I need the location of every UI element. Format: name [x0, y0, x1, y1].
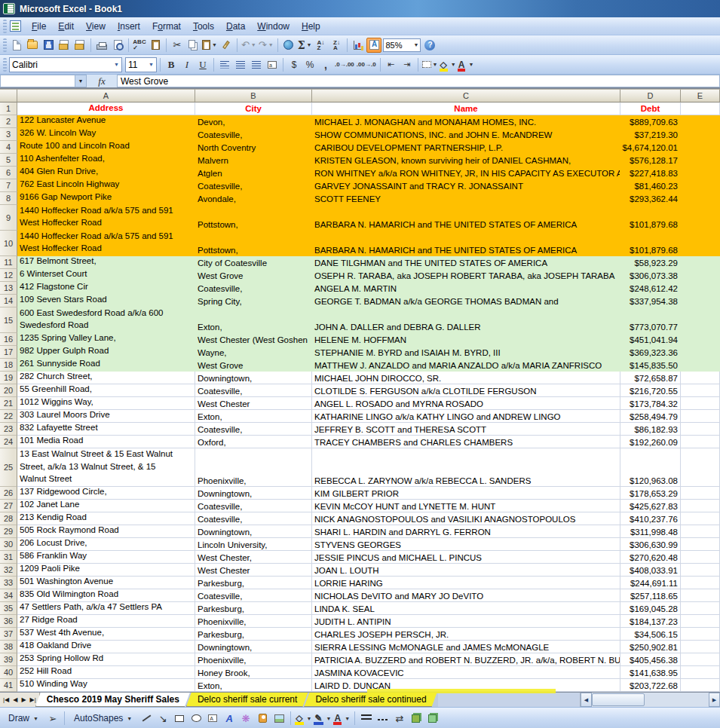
cell-address[interactable]: 9166 Gap Newport Pike — [17, 192, 195, 205]
row-header-41[interactable]: 41 — [0, 679, 17, 692]
cell-city[interactable]: Parkesburg, — [195, 602, 312, 615]
cell-debt[interactable]: $576,128.17 — [620, 154, 681, 167]
cell-debt[interactable]: $216,720.55 — [620, 384, 681, 397]
cell-name[interactable]: JESSIE PINCUS and MICHAEL L. PINCUS — [312, 551, 620, 564]
autosum-dropdown-arrow[interactable]: ▼ — [307, 42, 312, 47]
cell-city[interactable]: Honey Brook, — [195, 666, 312, 679]
cell-name[interactable]: TRACEY CHAMBERS and CHARLES CHAMBERS — [312, 436, 620, 448]
bold-button[interactable]: B — [164, 57, 179, 72]
cell-empty[interactable] — [681, 679, 720, 692]
horizontal-scrollbar[interactable]: ◀ ▶ — [580, 693, 720, 707]
align-center-button[interactable] — [233, 57, 248, 72]
formula-input[interactable]: West Grove — [117, 75, 720, 87]
cell-empty[interactable] — [681, 307, 720, 333]
cell-debt[interactable]: $293,362.44 — [620, 192, 681, 205]
cell-city[interactable]: Downingtown, — [195, 487, 312, 500]
cell-name[interactable]: BARBARA N. HAMARICH and THE UNITED STATE… — [312, 231, 620, 256]
cell-debt[interactable]: $257,118.65 — [620, 589, 681, 602]
cell-name[interactable]: JUDITH L. ANTIPIN — [312, 615, 620, 628]
cell-city[interactable]: Coatesville, — [195, 589, 312, 602]
cell-empty[interactable] — [681, 372, 720, 384]
font-color-button[interactable]: A▼ — [458, 57, 475, 72]
cell-empty[interactable] — [681, 666, 720, 679]
text-box-button[interactable]: A — [205, 711, 220, 726]
cell-debt[interactable]: $405,456.38 — [620, 653, 681, 666]
cell-debt[interactable]: $311,998.48 — [620, 525, 681, 538]
zoom-dropdown-arrow[interactable]: ▼ — [414, 42, 419, 47]
cell-debt[interactable]: $408,033.91 — [620, 564, 681, 577]
cell-city[interactable]: Exton, — [195, 679, 312, 692]
redo-button[interactable]: ↷▼ — [258, 38, 274, 53]
cell-address[interactable]: 137 Ridgewood Circle, — [17, 487, 195, 500]
cell-name[interactable]: MATTHEW J. ANZALDO and MARIA ANZALDO a/k… — [312, 359, 620, 372]
cell-city[interactable]: Devon, — [195, 115, 312, 128]
cell-empty[interactable] — [681, 487, 720, 500]
undo-dropdown-arrow[interactable]: ▼ — [251, 42, 256, 47]
sheet-tab[interactable]: Delco sheriff sale continued — [304, 693, 437, 707]
cell-address[interactable]: 1012 Wiggins Way, — [17, 397, 195, 410]
cell-city[interactable]: Downingtown, — [195, 372, 312, 384]
insert-picture-button[interactable] — [271, 711, 286, 726]
cell-debt[interactable]: $145,835.50 — [620, 359, 681, 372]
cell-address[interactable]: 47 Settlers Path, a/k/a 47 Settlers PA — [17, 602, 195, 615]
cell-empty[interactable] — [681, 167, 720, 179]
cell-empty[interactable] — [681, 384, 720, 397]
row-header-32[interactable]: 32 — [0, 564, 17, 577]
cell-city[interactable]: Oxford, — [195, 436, 312, 448]
cell-empty[interactable] — [681, 333, 720, 346]
drawing-toggle-button[interactable] — [366, 38, 381, 53]
cell-name[interactable]: CLOTILDE S. FERGUSON a/k/a CLOTILDE FERG… — [312, 384, 620, 397]
cell-empty[interactable] — [681, 141, 720, 154]
last-sheet-button[interactable]: ▶| — [29, 696, 38, 703]
cell-city[interactable]: Coatesville, — [195, 384, 312, 397]
line-color-button[interactable]: ✎▼ — [314, 711, 332, 726]
underline-button[interactable]: U — [195, 57, 210, 72]
cell-empty[interactable] — [681, 128, 720, 141]
row-header-23[interactable]: 23 — [0, 423, 17, 436]
open-button[interactable] — [25, 38, 40, 53]
sheet-tab[interactable]: Chesco 2019 May Sheriff Sales — [35, 693, 191, 707]
currency-button[interactable]: $ — [286, 57, 302, 72]
row-header-6[interactable]: 6 — [0, 167, 17, 179]
spelling-button[interactable]: ABC✓ — [132, 38, 147, 53]
new-button[interactable] — [9, 38, 24, 53]
cell-name[interactable]: PATRICIA A. BUZZERD and ROBERT N. BUZZER… — [312, 653, 620, 666]
save-button[interactable] — [41, 38, 56, 53]
arrow-button[interactable]: ↘ — [155, 711, 170, 726]
cell-debt[interactable]: $173,784.32 — [620, 397, 681, 410]
cell-debt[interactable]: $270,620.48 — [620, 551, 681, 564]
cell-empty[interactable] — [681, 512, 720, 525]
cell-empty[interactable] — [681, 551, 720, 564]
borders-dropdown-arrow[interactable]: ▼ — [433, 62, 438, 67]
fill-color-button-draw[interactable]: ◇▼ — [295, 711, 312, 726]
row-header-25[interactable]: 25 — [0, 448, 17, 487]
cell-city[interactable]: Phoenixville, — [195, 448, 312, 487]
cell-empty[interactable] — [681, 538, 720, 551]
chart-wizard-button[interactable] — [351, 38, 366, 53]
column-header-B[interactable]: B — [195, 89, 312, 102]
cell-city[interactable]: West Chester — [195, 564, 312, 577]
row-header-7[interactable]: 7 — [0, 179, 17, 192]
cell-empty[interactable] — [681, 231, 720, 256]
cell-empty[interactable] — [681, 628, 720, 641]
cell-address[interactable]: Route 100 and Lincoln Road — [17, 141, 195, 154]
cell-debt[interactable]: $306,630.99 — [620, 538, 681, 551]
cell-empty[interactable] — [681, 102, 720, 115]
row-header-22[interactable]: 22 — [0, 410, 17, 423]
column-header-A[interactable]: A — [17, 89, 195, 102]
cell-empty[interactable] — [681, 192, 720, 205]
cell-address[interactable]: 326 W. Lincoln Way — [17, 128, 195, 141]
rectangle-button[interactable] — [172, 711, 187, 726]
fill-color-dropdown-arrow[interactable]: ▼ — [451, 62, 456, 67]
cell-city[interactable]: Atglen — [195, 167, 312, 179]
row-header-36[interactable]: 36 — [0, 615, 17, 628]
cell-name[interactable]: MICHAEL JOHN DIROCCO, SR. — [312, 372, 620, 384]
cell-empty[interactable] — [681, 500, 720, 512]
row-header-34[interactable]: 34 — [0, 589, 17, 602]
increase-indent-button[interactable]: ⇥ — [400, 57, 415, 72]
cell-debt[interactable]: $410,237.76 — [620, 512, 681, 525]
zoom-combobox[interactable]: 85%▼ — [382, 38, 421, 53]
cell-name[interactable]: CHARLES JOSEPH PERSCH, JR. — [312, 628, 620, 641]
cell-name[interactable]: JASMINA KOVACEVIC — [312, 666, 620, 679]
row-header-21[interactable]: 21 — [0, 397, 17, 410]
